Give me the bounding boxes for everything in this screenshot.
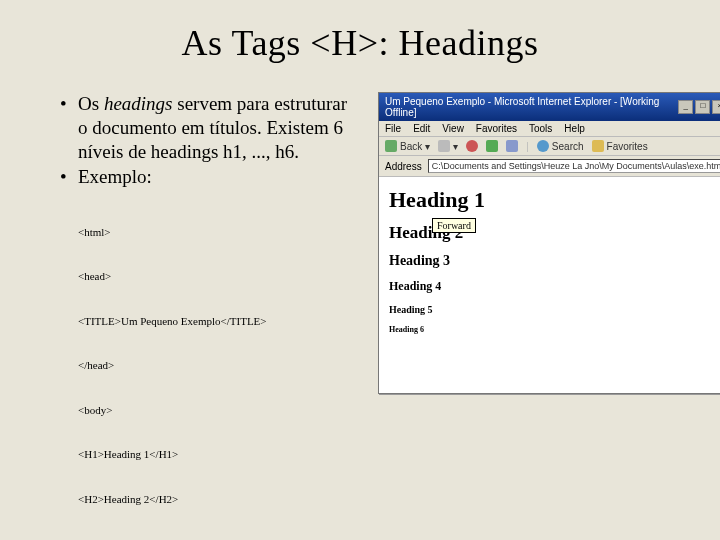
rendered-h1: Heading 1 xyxy=(389,187,720,213)
forward-icon xyxy=(438,140,450,152)
menu-view[interactable]: View xyxy=(442,123,464,134)
forward-button[interactable]: ▾ xyxy=(438,140,458,152)
search-button[interactable]: Search xyxy=(537,140,584,152)
search-icon xyxy=(537,140,549,152)
menu-help[interactable]: Help xyxy=(564,123,585,134)
code-line: <H1>Heading 1</H1> xyxy=(78,447,360,462)
ie-titlebar: Um Pequeno Exemplo - Microsoft Internet … xyxy=(379,93,720,121)
slide-title: As Tags <H>: Headings xyxy=(0,22,720,64)
bullet-2: Exemplo: xyxy=(60,165,360,189)
ie-menubar: File Edit View Favorites Tools Help xyxy=(379,121,720,137)
ie-window: Um Pequeno Exemplo - Microsoft Internet … xyxy=(378,92,720,394)
back-icon xyxy=(385,140,397,152)
code-line: <body> xyxy=(78,403,360,418)
code-line: <H2>Heading 2</H2> xyxy=(78,492,360,507)
code-line: </head> xyxy=(78,358,360,373)
rendered-h5: Heading 5 xyxy=(389,304,720,315)
forward-tooltip: Forward xyxy=(432,218,476,233)
search-label: Search xyxy=(552,141,584,152)
address-label: Address xyxy=(385,161,422,172)
favorites-label: Favorites xyxy=(607,141,648,152)
star-icon xyxy=(592,140,604,152)
bullet-1: Os headings servem para estruturar o doc… xyxy=(60,92,360,163)
rendered-h4: Heading 4 xyxy=(389,279,720,294)
code-line: <head> xyxy=(78,269,360,284)
bullet1-pre: Os xyxy=(78,93,104,114)
left-column: Os headings servem para estruturar o doc… xyxy=(60,92,360,540)
address-input[interactable]: C:\Documents and Settings\Heuze La Jno\M… xyxy=(428,159,720,173)
back-button[interactable]: Back ▾ xyxy=(385,140,430,152)
code-line: <html> xyxy=(78,225,360,240)
window-buttons: _ □ × xyxy=(678,100,720,114)
close-button[interactable]: × xyxy=(712,100,720,114)
favorites-button[interactable]: Favorites xyxy=(592,140,648,152)
minimize-button[interactable]: _ xyxy=(678,100,693,114)
refresh-button[interactable] xyxy=(486,140,498,152)
refresh-icon xyxy=(486,140,498,152)
rendered-h6: Heading 6 xyxy=(389,325,720,334)
ie-viewport: Heading 1 Heading 2 Heading 3 Heading 4 … xyxy=(379,177,720,348)
menu-tools[interactable]: Tools xyxy=(529,123,552,134)
home-icon xyxy=(506,140,518,152)
content-row: Os headings servem para estruturar o doc… xyxy=(0,92,720,540)
ie-title-text: Um Pequeno Exemplo - Microsoft Internet … xyxy=(385,96,678,118)
rendered-h3: Heading 3 xyxy=(389,253,720,269)
menu-file[interactable]: File xyxy=(385,123,401,134)
home-button[interactable] xyxy=(506,140,518,152)
ie-addressbar: Address C:\Documents and Settings\Heuze … xyxy=(379,156,720,177)
bullet1-em: headings xyxy=(104,93,173,114)
code-line: <H3>Heading 3</H3> xyxy=(78,536,360,540)
menu-edit[interactable]: Edit xyxy=(413,123,430,134)
maximize-button[interactable]: □ xyxy=(695,100,710,114)
stop-icon xyxy=(466,140,478,152)
code-block: <html> <head> <TITLE>Um Pequeno Exemplo<… xyxy=(78,195,360,540)
code-line: <TITLE>Um Pequeno Exemplo</TITLE> xyxy=(78,314,360,329)
ie-toolbar: Back ▾ ▾ | Search Favorites xyxy=(379,137,720,156)
menu-favorites[interactable]: Favorites xyxy=(476,123,517,134)
stop-button[interactable] xyxy=(466,140,478,152)
back-label: Back xyxy=(400,141,422,152)
